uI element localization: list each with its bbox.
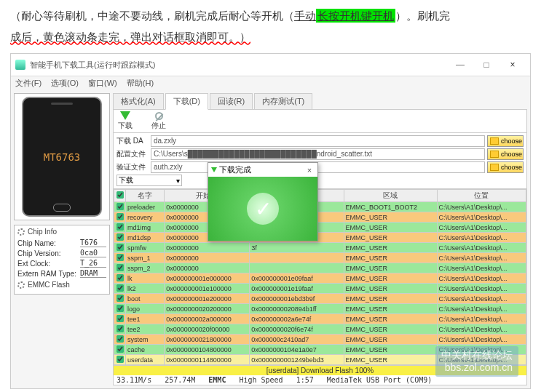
dialog-close-button[interactable]: ×	[304, 165, 315, 175]
status-speed: 33.11M/s	[117, 376, 151, 384]
cell-region: EMMC_USER	[344, 284, 437, 294]
table-row[interactable]: recovery0x0000000b9fEMMC_USERC:\Users\A1…	[114, 212, 526, 223]
row-checkbox[interactable]	[117, 203, 124, 210]
table-row[interactable]: sspm_10x0000000EMMC_USERC:\Users\A1\Desk…	[114, 253, 526, 263]
scatter-input[interactable]: C:\Users\s█████████████████████████ndroi…	[151, 148, 485, 160]
row-checkbox[interactable]	[117, 274, 124, 281]
tab-download[interactable]: 下载(D)	[165, 93, 208, 110]
row-checkbox[interactable]	[117, 305, 124, 312]
cell-name: sspm_2	[126, 263, 165, 273]
row-checkbox[interactable]	[117, 244, 124, 251]
minimize-button[interactable]: —	[447, 57, 473, 73]
stop-button[interactable]: 停止	[151, 112, 166, 131]
cell-location: C:\Users\A1\Desktop\...	[437, 273, 526, 284]
table-row[interactable]: logo0x00000000202000000x0000000020894b1f…	[114, 304, 526, 314]
cell-location: C:\Users\A1\Desktop\...	[437, 212, 526, 223]
auth-label: 验证文件	[117, 162, 149, 172]
table-row[interactable]: lk0x000000001e0000000x000000001e09faafEM…	[114, 273, 526, 284]
maximize-button[interactable]: □	[473, 57, 499, 73]
menu-file[interactable]: 文件(F)	[15, 79, 42, 87]
cell-location: C:\Users\A1\Desktop\...	[437, 284, 526, 294]
table-row[interactable]: tee20x0000000020f000000x0000000020f6e74f…	[114, 324, 526, 335]
cell-location: C:\Users\A1\Desktop\...	[437, 314, 526, 324]
cell-location: C:\Users\A1\Desktop\...	[437, 304, 526, 314]
cell-name: md1dsp	[126, 233, 165, 243]
cell-start: 0x0000000	[165, 253, 250, 263]
gear-icon	[17, 281, 25, 289]
row-checkbox[interactable]	[117, 284, 124, 292]
mode-dropdown[interactable]: 下载▾	[117, 175, 182, 186]
cell-region: EMMC_BOOT1_BOOT2	[344, 202, 437, 212]
col-region: 区域	[344, 190, 437, 202]
status-port: MediaTek USB Port (COM9)	[327, 376, 433, 384]
partition-table: 名字 开始地 区域 位置 preloader0x000000003EMMC_BO…	[113, 189, 527, 366]
cell-end: 0x000000c2410ad7	[250, 335, 344, 345]
tab-memtest[interactable]: 内存测试(T)	[254, 93, 312, 109]
table-row[interactable]: system0x00000000218000000x000000c2410ad7…	[114, 335, 526, 345]
cell-name: lk	[126, 273, 165, 284]
table-row[interactable]: sspm_20x0000000EMMC_USERC:\Users\A1\Desk…	[114, 263, 526, 273]
row-checkbox[interactable]	[117, 325, 124, 332]
instruction-text: （耐心等待刷机，中途不要动线，刷机完成后耐心等开机（手动长按开机键开机）。刷机完…	[0, 0, 541, 53]
table-row[interactable]: md1img0x0000000dfEMMC_USERC:\Users\A1\De…	[114, 223, 526, 233]
cell-name: cache	[126, 345, 165, 355]
cell-name: recovery	[126, 212, 165, 223]
cell-start: 0x0000000104800000	[165, 345, 250, 355]
menu-help[interactable]: 帮助(H)	[127, 79, 154, 87]
row-checkbox[interactable]	[117, 264, 124, 271]
table-row[interactable]: tee10x000000002a0000000x000000002a6e74fE…	[114, 314, 526, 324]
progress-bar: [userdata] Download Flash 100%	[114, 366, 526, 375]
choose-da-button[interactable]: choose	[487, 135, 524, 147]
choose-auth-button[interactable]: choose	[487, 161, 524, 173]
chevron-down-icon: ▾	[176, 177, 180, 185]
table-row[interactable]: spmfw0x00000003fEMMC_USERC:\Users\A1\Des…	[114, 243, 526, 253]
cell-name: system	[126, 335, 165, 345]
status-hs: High Speed	[239, 376, 283, 384]
check-all[interactable]	[114, 190, 126, 202]
cell-name: boot	[126, 294, 165, 304]
table-row[interactable]: md1dsp0x00000003fEMMC_USERC:\Users\A1\De…	[114, 233, 526, 243]
close-button[interactable]: ×	[499, 57, 526, 73]
tab-readback[interactable]: 回读(R)	[210, 93, 253, 109]
tab-format[interactable]: 格式化(A)	[113, 93, 164, 109]
folder-icon	[490, 137, 499, 145]
cell-region: EMMC_USER	[344, 233, 437, 243]
status-emmc: EMMC	[208, 376, 226, 384]
row-checkbox[interactable]	[117, 335, 124, 343]
cell-end: 0x000000001e19faaf	[250, 284, 344, 294]
table-row[interactable]: cache0x00000001048000000x0000000104e1a0e…	[114, 345, 526, 355]
table-row[interactable]: boot0x000000001e2000000x000000001ebd3b9f…	[114, 294, 526, 304]
table-row[interactable]: userdata0x00000001148000000x000000000124…	[114, 355, 526, 365]
cell-name: userdata	[126, 355, 165, 365]
tab-bar: 格式化(A) 下载(D) 回读(R) 内存测试(T)	[113, 93, 527, 110]
cell-start: 0x0000000114800000	[165, 355, 250, 365]
window-title: 智能手机下载工具(运行时跟踪模式)	[30, 60, 447, 71]
table-row[interactable]: preloader0x000000003EMMC_BOOT1_BOOT2C:\U…	[114, 202, 526, 212]
cell-end: 0x0000000104e1a0e7	[250, 345, 344, 355]
cell-end: 0x0000000020894b1ff	[250, 304, 344, 314]
download-button[interactable]: 下载	[118, 111, 133, 131]
gear-icon	[17, 228, 25, 236]
cell-region: EMMC_USER	[344, 263, 437, 273]
cell-end	[250, 253, 344, 263]
status-bar: [userdata] Download Flash 100% 33.11M/s …	[113, 366, 527, 385]
row-checkbox[interactable]	[117, 345, 124, 353]
row-checkbox[interactable]	[117, 356, 124, 363]
download-icon	[120, 111, 130, 120]
cell-region: EMMC_USER	[344, 335, 437, 345]
choose-scatter-button[interactable]: choose	[487, 148, 524, 160]
da-input[interactable]: da.zxly	[151, 135, 485, 147]
row-checkbox[interactable]	[117, 295, 124, 302]
menu-window[interactable]: 窗口(W)	[88, 79, 117, 87]
table-row[interactable]: lk20x000000001e1000000x000000001e19faafE…	[114, 284, 526, 294]
cell-location: C:\Users\A1\Desktop\...	[437, 324, 526, 335]
row-checkbox[interactable]	[117, 223, 124, 231]
row-checkbox[interactable]	[117, 213, 124, 220]
row-checkbox[interactable]	[117, 315, 124, 322]
cell-location: C:\Users\A1\Desktop\...	[437, 263, 526, 273]
row-checkbox[interactable]	[117, 254, 124, 261]
row-checkbox[interactable]	[117, 233, 124, 241]
menu-options[interactable]: 选项(O)	[51, 79, 79, 87]
dialog-title: 下载完成	[219, 164, 251, 175]
cell-name: lk2	[126, 284, 165, 294]
